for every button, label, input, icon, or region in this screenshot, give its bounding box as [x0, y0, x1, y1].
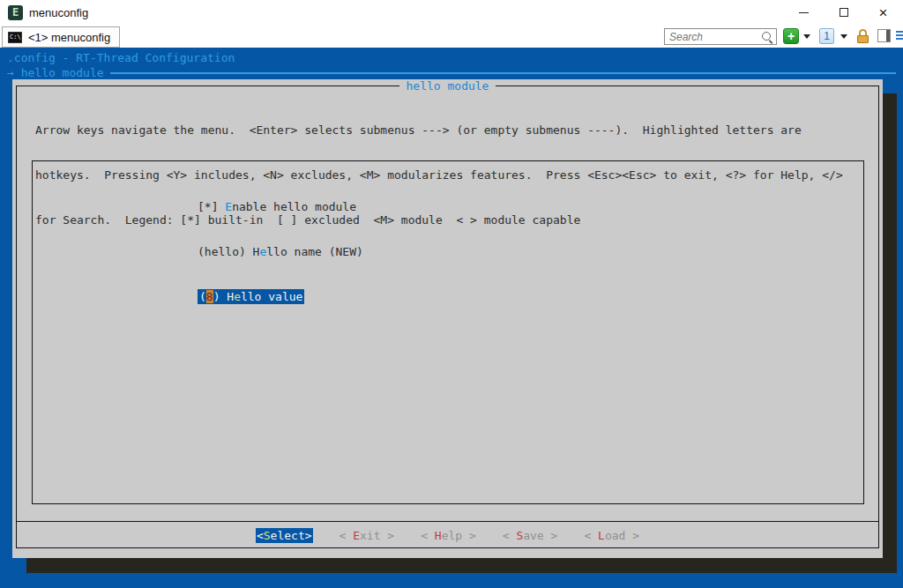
close-icon: ×	[879, 5, 888, 20]
menu-hamburger-icon[interactable]	[896, 31, 903, 41]
exit-button[interactable]: < Exit >	[340, 528, 395, 543]
menu-items: [*] Enable hello module (hello) Hello na…	[198, 169, 363, 334]
search-box[interactable]	[664, 28, 777, 45]
btn-text: <	[257, 529, 264, 542]
window-title: menuconfig	[29, 6, 88, 19]
load-button[interactable]: < Load >	[584, 528, 639, 543]
search-input[interactable]	[665, 31, 761, 43]
title-bar: E menuconfig ×	[0, 0, 903, 25]
app-icon: E	[8, 5, 23, 20]
cursor-cell: 8	[206, 290, 213, 303]
item-text: (	[199, 290, 206, 303]
item-text: llo value	[241, 290, 302, 303]
btn-text: xit >	[360, 529, 394, 542]
cmd-icon: C:\	[8, 32, 22, 43]
pane-icon[interactable]	[877, 29, 891, 42]
item-text: [*]	[198, 200, 225, 213]
item-text: nable hello module	[232, 200, 356, 213]
btn-text: <	[340, 529, 354, 542]
item-hotkey: E	[225, 200, 232, 213]
btn-text: <	[421, 529, 435, 542]
maximize-button[interactable]	[824, 0, 863, 25]
minimize-icon	[799, 12, 809, 13]
menuconfig-dialog: hello module Arrow keys navigate the men…	[12, 79, 883, 558]
search-icon	[761, 31, 773, 43]
buttons-separator	[16, 521, 879, 522]
lock-icon[interactable]	[856, 29, 870, 44]
help-button[interactable]: < Help >	[421, 528, 476, 543]
breadcrumb-rule	[110, 72, 896, 74]
btn-text: ave >	[523, 529, 557, 542]
instruction-line: Arrow keys navigate the menu. <Enter> se…	[35, 123, 843, 138]
btn-text: <	[503, 529, 517, 542]
btn-hotkey: E	[353, 529, 360, 542]
dialog-buttons: <Select> < Exit > < Help > < Save > < Lo…	[12, 528, 883, 543]
breadcrumb: → hello module	[7, 65, 896, 80]
menu-item-hello-value[interactable]: (8) Hello value	[198, 289, 363, 304]
item-text: (hello) H	[198, 245, 259, 258]
dialog-title-text: hello module	[399, 79, 496, 93]
dialog-shadow-right	[883, 93, 897, 573]
select-button[interactable]: <Select>	[256, 528, 313, 543]
tab-label: <1> menuconfig	[28, 31, 110, 44]
menu-item-hello-name[interactable]: (hello) Hello name (NEW)	[198, 244, 363, 259]
btn-hotkey: L	[598, 529, 605, 542]
btn-text: oad >	[605, 529, 639, 542]
item-text: ) H	[213, 290, 234, 303]
terminal: .config - RT-Thread Configuration → hell…	[0, 48, 903, 588]
minimize-button[interactable]	[784, 0, 824, 25]
btn-hotkey: S	[264, 529, 271, 542]
item-text: llo name (NEW)	[266, 245, 363, 258]
menu-box: [*] Enable hello module (hello) Hello na…	[32, 160, 864, 504]
tab-bar: C:\ <1> menuconfig + 1	[0, 25, 903, 48]
close-button[interactable]: ×	[863, 0, 903, 25]
window-dropdown-icon[interactable]	[840, 34, 847, 39]
item-hotkey: e	[234, 290, 241, 303]
btn-text: elp >	[442, 529, 476, 542]
new-console-button[interactable]: +	[783, 28, 799, 44]
save-button[interactable]: < Save >	[503, 528, 558, 543]
tab-menuconfig[interactable]: C:\ <1> menuconfig	[2, 26, 120, 48]
menu-item-enable-hello-module[interactable]: [*] Enable hello module	[198, 199, 363, 214]
btn-hotkey: H	[435, 529, 442, 542]
lock-body	[857, 35, 869, 43]
new-console-dropdown-icon[interactable]	[803, 34, 810, 39]
window-controls: ×	[784, 0, 903, 25]
btn-text: <	[584, 529, 598, 542]
window-number-button[interactable]: 1	[819, 28, 834, 44]
config-title-line: .config - RT-Thread Configuration	[7, 50, 235, 65]
selected-row: (8) Hello value	[198, 289, 304, 304]
maximize-icon	[840, 8, 848, 17]
btn-text: elect>	[271, 529, 312, 542]
dialog-shadow-bottom	[26, 558, 897, 573]
breadcrumb-label: → hello module	[7, 65, 104, 80]
